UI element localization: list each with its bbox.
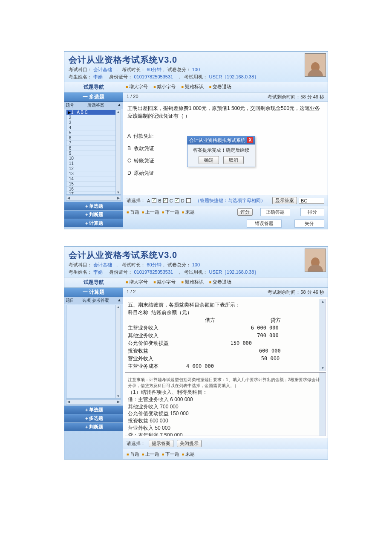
- section-tab-calc[interactable]: 一 计算题: [64, 288, 123, 297]
- answer-select-row: 请选择： A✓ B✓ C✓ D （答题快捷键：与选项字母相同） 显示答案 BC: [123, 195, 328, 206]
- zoom-out-link[interactable]: 减小字号: [153, 84, 176, 89]
- nav-row[interactable]: 5: [66, 130, 121, 136]
- calc-answer-text[interactable]: 注意事项：计算题考试题型包括两类根据题目要求：1、填入几个要求计算出的金额；2根…: [125, 372, 326, 436]
- meta-row-2b: 考生姓名： 李娟 身份证号： 010197825053531 ， 考试用机： U…: [69, 269, 323, 275]
- nav-table-header: 题号 所选答案 ▲: [64, 102, 123, 109]
- tab-judge-2[interactable]: ＋判断题: [64, 422, 123, 431]
- text-scrollbar[interactable]: [320, 299, 326, 371]
- nav-row[interactable]: 13: [66, 171, 121, 176]
- question-body: 王明出差回来，报销差旅费1 000元，原预借1 500元，交回剩余现金500元，…: [123, 102, 328, 195]
- dialog-cancel-button[interactable]: 取消: [223, 156, 244, 164]
- nav-col-1b: 题目: [66, 298, 74, 304]
- nav-col-answer: 所选答案: [87, 102, 104, 108]
- nav-row[interactable]: 11: [66, 161, 121, 166]
- next-question-link-2[interactable]: 下一题: [162, 451, 179, 457]
- sidebar-2: 一 计算题 题目 选项 参考答案 ▲ ◀▶ ＋单选题 ＋多选题 ＋判断题: [64, 288, 123, 459]
- tab-single-2[interactable]: ＋单选题: [64, 405, 123, 414]
- question-position: 1 / 20: [127, 94, 138, 100]
- id-label: 身份证号：: [109, 74, 133, 79]
- select-label: 请选择：: [127, 197, 145, 204]
- tab-calc[interactable]: ＋计算题: [64, 219, 123, 227]
- name-label-2: 考生姓名：: [69, 269, 92, 275]
- tab-judge[interactable]: ＋判断题: [64, 210, 123, 219]
- time-label-2: 考试剩余时间：: [268, 289, 300, 295]
- last-question-link[interactable]: 末题: [182, 209, 195, 215]
- last-question-link-2[interactable]: 末题: [182, 451, 195, 457]
- vertical-scrollbar[interactable]: [115, 110, 121, 194]
- question-line: 主营业务成本 4 000 000: [128, 362, 323, 370]
- section-sub-tabs: ＋单选题 ＋判断题 ＋计算题: [64, 202, 123, 227]
- dialog-ok-button[interactable]: 确定: [199, 156, 219, 164]
- zoom-in-link[interactable]: 增大字号: [126, 84, 148, 89]
- checkbox-d[interactable]: [186, 198, 191, 203]
- section-tab-multi[interactable]: 一 多选题: [64, 92, 123, 102]
- option-d[interactable]: D 原始凭证: [127, 170, 323, 177]
- zoom-in-link-2[interactable]: 增大字号: [126, 279, 148, 284]
- nav-footer: 首题 上一题 下一题 末题 评分 正确答题 得分: [123, 206, 328, 218]
- dialog-titlebar[interactable]: 会计从业资格模拟考试系统 X: [187, 136, 255, 145]
- prev-question-link[interactable]: 上一题: [142, 209, 159, 215]
- checkbox-a[interactable]: ✓: [152, 198, 156, 203]
- right-tools-2: 增大字号 减小字号 疑难标识 交卷退场: [123, 278, 328, 287]
- horizontal-scrollbar[interactable]: ◀▶: [66, 196, 121, 201]
- dialog-title-text: 会计从业资格模拟考试系统: [189, 137, 245, 144]
- vertical-scrollbar-2[interactable]: [115, 305, 121, 398]
- checkbox-b[interactable]: ✓: [163, 198, 168, 203]
- show-answer-button[interactable]: 显示答案: [272, 197, 297, 204]
- toolbar-2: 试题导航 增大字号 减小字号 疑难标识 交卷退场: [64, 277, 328, 288]
- zoom-out-link-2[interactable]: 减小字号: [153, 279, 176, 284]
- scroll-up-icon-2[interactable]: ▲: [117, 298, 121, 304]
- nav-row[interactable]: 12: [66, 166, 121, 171]
- nav-row[interactable]: 8: [66, 146, 121, 151]
- score-button[interactable]: 评分: [237, 208, 253, 216]
- close-hint-button[interactable]: 关闭提示: [177, 440, 202, 447]
- flag-link-2[interactable]: 疑难标识: [182, 279, 204, 284]
- time-remaining-2: 考试剩余时间：58 分 46 秒: [268, 289, 324, 295]
- nav-row[interactable]: 9: [66, 151, 121, 156]
- nav-title-2: 试题导航: [64, 278, 123, 287]
- next-question-link[interactable]: 下一题: [162, 209, 179, 215]
- id-value-2: 010197825053531: [134, 269, 173, 275]
- score-bar-2: 错误答题 失分: [123, 218, 328, 229]
- option-d-text: 原始凭证: [134, 170, 154, 176]
- scroll-up-icon[interactable]: ▲: [117, 102, 121, 108]
- question-nav-list-2[interactable]: [66, 305, 121, 399]
- nav-row[interactable]: ▶1 A B C: [66, 110, 121, 115]
- meta-row-1: 考试科目： 会计基础 ， 考试时长： 60分钟， 试卷总分： 100: [69, 66, 323, 73]
- nav-row[interactable]: 4: [66, 125, 121, 130]
- show-hint-button[interactable]: 提示答案: [149, 440, 173, 447]
- question-line: 营业外收入 50 000: [128, 355, 323, 362]
- tab-multi-2[interactable]: ＋多选题: [64, 414, 123, 422]
- nav-row[interactable]: 16: [66, 187, 121, 192]
- nav-row[interactable]: 7: [66, 141, 121, 146]
- submit-link-2[interactable]: 交卷退场: [209, 279, 231, 284]
- question-body-2: 五、期末结账前，各损益类科目余额如下表所示：科目名称 结账前余额（元） 借方 贷…: [123, 297, 328, 438]
- nav-row[interactable]: 2: [66, 115, 121, 120]
- question-line: 借方 贷方: [128, 316, 323, 324]
- flag-link[interactable]: 疑难标识: [182, 84, 204, 89]
- horizontal-scrollbar-2[interactable]: ◀▶: [66, 399, 121, 405]
- question-header-2: 1 / 2 考试剩余时间：58 分 46 秒: [123, 288, 328, 297]
- duration-value: 60分钟: [147, 67, 161, 72]
- answer-line: 贷：本年利润 7 500 000: [128, 432, 323, 436]
- first-question-link[interactable]: 首题: [127, 209, 139, 215]
- nav-row[interactable]: 6: [66, 136, 121, 141]
- checkbox-c[interactable]: ✓: [175, 198, 179, 203]
- nav-row[interactable]: 3: [66, 120, 121, 125]
- submit-link[interactable]: 交卷退场: [209, 84, 231, 89]
- answer-scrollbar[interactable]: [320, 373, 326, 436]
- section-sub-tabs-2: ＋单选题 ＋多选题 ＋判断题: [64, 405, 123, 431]
- first-question-link-2[interactable]: 首题: [127, 451, 139, 457]
- prev-question-link-2[interactable]: 上一题: [142, 451, 159, 457]
- dialog-close-icon[interactable]: X: [247, 137, 253, 143]
- question-text: 王明出差回来，报销差旅费1 000元，原预借1 500元，交回剩余现金500元，…: [127, 104, 323, 120]
- calc-question-text[interactable]: 五、期末结账前，各损益类科目余额如下表所示：科目名称 结账前余额（元） 借方 贷…: [125, 299, 326, 371]
- nav-row[interactable]: 15: [66, 182, 121, 187]
- nav-row[interactable]: 10: [66, 156, 121, 161]
- question-nav-list[interactable]: ▶1 A B C 2 3 4 5 6 7 8 9 10 11 12 13 14 …: [66, 110, 121, 195]
- tab-single[interactable]: ＋单选题: [64, 202, 123, 210]
- nav-row[interactable]: 17: [66, 192, 121, 195]
- subject-label-2: 考试科目：: [69, 262, 92, 267]
- nav-row[interactable]: 14: [66, 176, 121, 182]
- machine-value-2: USER［192.168.0.38］: [209, 269, 259, 275]
